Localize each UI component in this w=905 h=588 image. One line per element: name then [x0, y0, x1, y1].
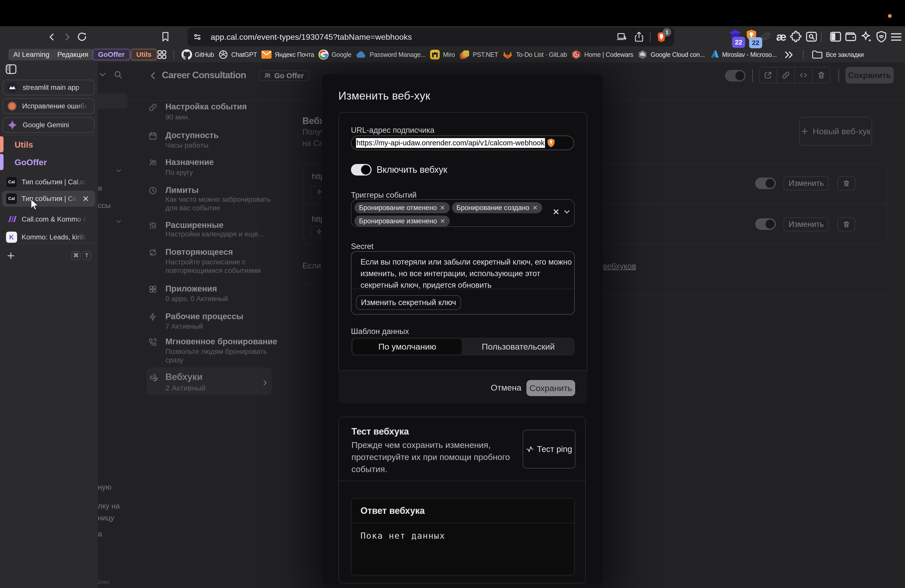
nav-item-title[interactable]: Расширенные — [165, 220, 224, 230]
embed-code-icon[interactable] — [795, 67, 813, 83]
pinned-tab-streamlit[interactable]: streamlit main app — [3, 80, 95, 95]
nav-item-title[interactable]: Доступность — [165, 130, 219, 140]
event-enabled-toggle[interactable] — [725, 70, 746, 81]
test-ping-button[interactable]: Тест ping — [522, 430, 575, 469]
select-chevron-icon[interactable] — [563, 209, 571, 215]
app-nav-section-chevron[interactable] — [115, 219, 122, 224]
nav-item-title[interactable]: Приложения — [165, 284, 217, 294]
nav-item-title[interactable]: Назначение — [165, 157, 214, 167]
trigger-chip[interactable]: Бронирование изменено ✕ — [354, 216, 450, 227]
search-in-page-icon[interactable] — [805, 30, 818, 43]
back-button[interactable] — [46, 31, 58, 43]
site-settings-icon[interactable] — [192, 32, 203, 42]
wallet-icon[interactable] — [844, 30, 857, 43]
nav-item-title[interactable]: Рабочие процессы — [165, 311, 243, 321]
sidebar-group-gooffer[interactable]: GoOffer — [14, 157, 47, 167]
copy-link-icon[interactable] — [777, 67, 795, 83]
app-nav-section-chevron[interactable] — [115, 168, 122, 173]
nav-item-title[interactable]: Лимиты — [165, 185, 198, 195]
templates-link-fragment[interactable]: вебхуков — [603, 262, 636, 271]
tab-cal-event-types-1[interactable]: Cal Тип события | Cal.com — [2, 174, 95, 190]
share-icon[interactable] — [634, 32, 644, 43]
bookmark-miro[interactable]: Miro — [430, 49, 455, 60]
cancel-button[interactable]: Отмена — [491, 383, 521, 393]
bookmark-gcloud[interactable]: Google Cloud con... — [637, 49, 705, 60]
page-back-button[interactable] — [148, 71, 158, 81]
pinned-tab-claude[interactable]: Исправление ошибки ин — [3, 99, 95, 114]
bookmark-password-manager[interactable]: Password Manage... — [356, 49, 426, 60]
bookmark-chatgpt[interactable]: ChatGPT — [218, 49, 257, 60]
bookmarks-overflow-chevrons[interactable] — [781, 50, 796, 60]
pinned-tab-gemini[interactable]: Google Gemini — [3, 117, 95, 133]
bookmark-icon[interactable] — [159, 30, 172, 43]
sidebar-toggle-icon[interactable] — [829, 30, 842, 43]
app-search-icon[interactable] — [113, 70, 123, 79]
bookmark-folder-utils[interactable]: Utils — [131, 49, 157, 60]
webhook-delete-button[interactable] — [838, 176, 855, 191]
apps-grid-icon[interactable] — [156, 49, 168, 60]
trigger-chip[interactable]: Бронирование создано ✕ — [452, 202, 542, 213]
bookmark-gitlab[interactable]: To-Do List · GitLab — [502, 49, 567, 60]
webhook-row-toggle[interactable] — [755, 218, 776, 230]
all-bookmarks-button[interactable]: Все закладки — [811, 49, 864, 60]
app-nav-fragment: а — [98, 530, 102, 538]
bookmark-codewars[interactable]: Home | Codewars — [571, 49, 633, 60]
webhook-edit-button[interactable]: Изменить — [784, 176, 829, 191]
app-nav-active-pill[interactable] — [98, 93, 127, 109]
tab-callcom-kommo[interactable]: Call.com & Kommo & Sav — [2, 211, 95, 227]
bookmark-folder-redakcia[interactable]: Редакция — [52, 49, 93, 60]
chip-remove-icon[interactable]: ✕ — [440, 218, 445, 225]
tab-cal-event-types-2-active[interactable]: Cal Тип события | Cal.co — [2, 191, 95, 207]
bookmark-folder-gooffer[interactable]: GoOffer — [92, 49, 130, 60]
delete-event-icon[interactable] — [813, 67, 830, 83]
bookmark-yandex-mail[interactable]: Яндекс Почта — [261, 49, 314, 60]
url-text[interactable]: app.cal.com/event-types/1930745?tabName=… — [211, 32, 616, 42]
event-triggers-select[interactable]: Бронирование отменено ✕ Бронирование соз… — [351, 199, 575, 227]
select-clear-icon[interactable] — [552, 208, 560, 216]
enable-webhook-toggle[interactable] — [351, 164, 372, 176]
bookmark-azure[interactable]: Miroslav - Microso... — [709, 49, 777, 60]
secret-help-text: Если вы потеряли или забыли секретный кл… — [360, 256, 576, 291]
preview-external-link-icon[interactable] — [759, 67, 777, 83]
webhook-edit-button[interactable]: Изменить — [784, 217, 829, 231]
tab-close-icon[interactable] — [82, 195, 89, 202]
chip-remove-icon[interactable]: ✕ — [440, 204, 445, 211]
bookmark-github[interactable]: GitHub — [181, 49, 214, 60]
extension-dark-icon[interactable] — [760, 30, 772, 43]
brave-shield-icon[interactable]: 1 — [656, 31, 667, 43]
change-secret-button[interactable]: Изменить секретный ключ — [356, 295, 461, 310]
extension-shield-icon[interactable]: 22 — [745, 29, 758, 42]
page-save-button[interactable]: Сохранить — [845, 67, 894, 84]
leo-ai-star-icon[interactable] — [860, 30, 873, 43]
menu-hamburger-icon[interactable] — [890, 31, 902, 43]
reload-button[interactable] — [75, 30, 89, 44]
extension-purple-icon[interactable]: 22 — [728, 29, 742, 42]
bookmark-google[interactable]: Google — [318, 49, 351, 60]
address-bar[interactable]: app.cal.com/event-types/1930745?tabName=… — [187, 28, 674, 46]
extensions-puzzle-icon[interactable] — [789, 30, 802, 43]
new-tab-plus-icon[interactable] — [6, 251, 16, 261]
trigger-chip[interactable]: Бронирование отменено ✕ — [354, 202, 450, 213]
nav-item-title[interactable]: Повторяющееся — [165, 247, 233, 257]
nav-item-subtitle: По кругу — [165, 168, 271, 177]
laptop-download-icon[interactable] — [616, 32, 627, 42]
nav-item-title[interactable]: Вебхуки — [165, 372, 203, 382]
template-default-option[interactable]: По умолчанию — [353, 339, 462, 354]
sidebar-panel-toggle-icon[interactable] — [4, 63, 18, 75]
webhook-delete-button[interactable] — [838, 217, 855, 231]
team-switcher-chevron-icon[interactable] — [98, 71, 107, 78]
nav-item-title[interactable]: Мгновенное бронирование — [165, 337, 277, 346]
bookmark-pst[interactable]: PST.NET — [459, 49, 498, 60]
forward-button[interactable] — [61, 31, 73, 43]
chip-remove-icon[interactable]: ✕ — [532, 204, 538, 211]
sidebar-group-utils[interactable]: Utils — [14, 140, 33, 149]
new-webhook-button[interactable]: Новый веб-хук — [799, 117, 872, 146]
modal-save-button[interactable]: Сохранить — [526, 380, 575, 396]
nav-item-title[interactable]: Настройка события — [165, 102, 247, 111]
bookmark-folder-ai-learning[interactable]: AI Learning — [8, 49, 54, 60]
template-custom-option[interactable]: Пользовательский — [464, 339, 573, 354]
vpn-shield-icon[interactable] — [875, 30, 888, 43]
subscriber-url-input[interactable]: https://my-api-udaw.onrender.com/api/v1/… — [351, 135, 574, 150]
extension-ae-icon[interactable]: æ — [773, 30, 789, 44]
webhook-row-toggle[interactable] — [755, 178, 776, 189]
